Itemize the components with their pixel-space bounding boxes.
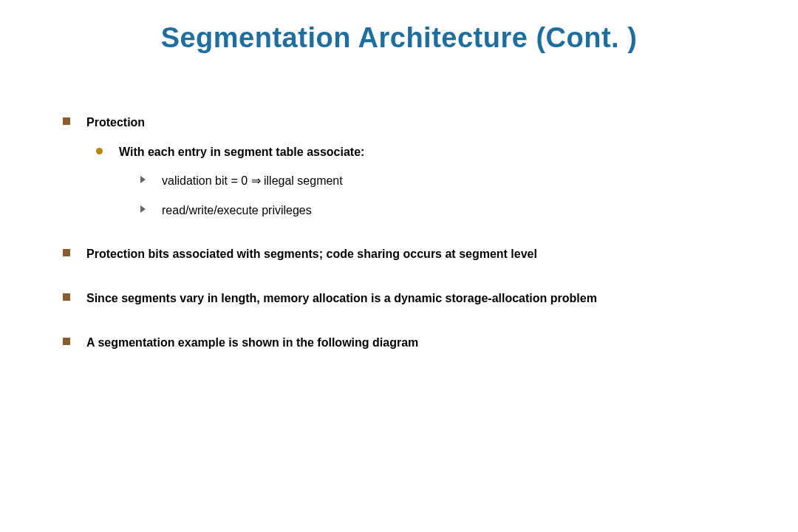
triangle-bullet-icon <box>140 176 146 183</box>
bullet-text: validation bit = 0 ⇒ illegal segment <box>162 173 343 189</box>
bullet-text: Protection bits associated with segments… <box>86 246 537 262</box>
square-bullet-icon <box>63 249 70 256</box>
bullet-level1: Protection <box>63 115 743 131</box>
bullet-text: A segmentation example is shown in the f… <box>86 335 418 351</box>
bullet-text: Since segments vary in length, memory al… <box>86 290 597 307</box>
slide-body: Protection With each entry in segment ta… <box>63 115 743 358</box>
triangle-bullet-icon <box>140 205 146 213</box>
bullet-level1: A segmentation example is shown in the f… <box>63 335 743 351</box>
slide: Segmentation Architecture (Cont. ) Prote… <box>0 0 798 532</box>
slide-title: Segmentation Architecture (Cont. ) <box>0 22 798 54</box>
square-bullet-icon <box>63 338 70 345</box>
bullet-level3: validation bit = 0 ⇒ illegal segment <box>140 173 743 189</box>
square-bullet-icon <box>63 117 70 125</box>
bullet-level1: Protection bits associated with segments… <box>63 246 743 262</box>
bullet-level1: Since segments vary in length, memory al… <box>63 290 743 307</box>
bullet-text: read/write/execute privileges <box>162 202 312 219</box>
bullet-text: Protection <box>86 115 145 131</box>
bullet-level3: read/write/execute privileges <box>140 202 743 219</box>
square-bullet-icon <box>63 293 70 301</box>
disc-bullet-icon <box>96 148 103 154</box>
bullet-text: With each entry in segment table associa… <box>119 144 364 160</box>
bullet-level2: With each entry in segment table associa… <box>96 144 743 160</box>
